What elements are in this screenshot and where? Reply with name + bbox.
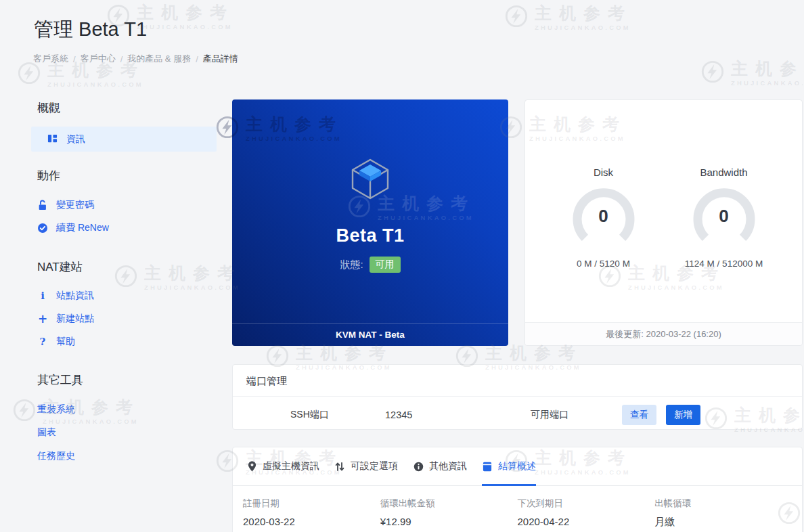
- info-glyph-icon: i: [37, 290, 48, 301]
- bandwidth-gauge-value: 0: [690, 187, 758, 245]
- tab-label: 虛擬主機資訊: [263, 460, 319, 472]
- disk-gauge-value: 0: [570, 187, 638, 245]
- sidebar-heading-actions: 動作: [31, 168, 60, 183]
- sidebar-item-help[interactable]: ? 幫助: [31, 336, 75, 348]
- sidebar-item-label: 圖表: [37, 426, 56, 439]
- watermark-text: 主机参考: [137, 3, 234, 21]
- sidebar-item-label: 續費 ReNew: [56, 222, 109, 234]
- status-badge: 可用: [370, 257, 401, 273]
- tab-billing-overview[interactable]: 結算概述: [482, 447, 536, 485]
- breadcrumb-separator: /: [196, 54, 198, 64]
- tab-vm-info[interactable]: 虛擬主機資訊: [246, 447, 319, 485]
- breadcrumb-current-product-details: 產品詳情: [203, 53, 238, 65]
- tab-label: 可設定選項: [351, 460, 398, 472]
- plus-glyph-icon: +: [37, 313, 48, 324]
- view-ports-button[interactable]: 查看: [622, 405, 656, 425]
- breadcrumb-link-client-system[interactable]: 客戶系統: [33, 53, 68, 65]
- site-watermark: 主机参考ZHUJICANKAO.COM: [17, 61, 145, 88]
- lock-icon: [37, 200, 48, 210]
- sidebar-heading-overview: 概觀: [31, 100, 60, 116]
- billing-val-next-due-date: 2020-04-22: [518, 516, 655, 529]
- product-card: Beta T1 狀態: 可用 KVM NAT - Beta: [232, 99, 508, 346]
- sidebar-item-change-password[interactable]: 變更密碼: [31, 199, 94, 211]
- ssh-port-label: SSH端口: [290, 409, 385, 421]
- sidebar-item-label: 幫助: [56, 336, 75, 348]
- site-watermark: 主机参考ZHUJICANKAO.COM: [114, 264, 242, 291]
- sidebar-heading-other-tools: 其它工具: [31, 372, 83, 388]
- sidebar-heading-nat-sites: NAT建站: [31, 259, 83, 275]
- billing-val-registration-date: 2020-03-22: [243, 516, 380, 529]
- sidebar-item-label: 任務歷史: [37, 450, 75, 462]
- page-title: 管理 Beta T1: [34, 16, 147, 43]
- available-ports-label: 可用端口: [531, 409, 622, 421]
- watermark-domain: ZHUJICANKAO.COM: [137, 23, 234, 30]
- sidebar-item-site-info[interactable]: i 站點資訊: [31, 290, 94, 302]
- bandwidth-gauge-label: Bandwidth: [700, 167, 747, 178]
- breadcrumb: 客戶系統 / 客戶中心 / 我的產品 & 服務 / 產品詳情: [33, 53, 238, 65]
- disk-gauge-label: Disk: [594, 167, 613, 178]
- last-updated-footer: 最後更新: 2020-03-22 (16:20): [525, 322, 802, 345]
- billing-col-billing-cycle: 出帳循環: [654, 497, 792, 510]
- exchange-vertical-icon: [334, 461, 345, 472]
- sidebar-item-label: 資訊: [66, 133, 85, 146]
- billing-overview-table: 註冊日期 循環出帳金額 下次到期日 出帳循環 2020-03-22 ¥12.99…: [233, 497, 802, 529]
- sidebar-item-reinstall-os[interactable]: 重裝系統: [31, 403, 75, 416]
- sidebar-item-new-site[interactable]: + 新建站點: [31, 313, 94, 325]
- billing-val-recurring-amount: ¥12.99: [380, 516, 518, 529]
- disk-usage-detail: 0 M / 5120 M: [577, 259, 630, 269]
- bandwidth-usage-detail: 1124 M / 512000 M: [685, 259, 763, 269]
- billing-val-billing-cycle: 月繳: [654, 516, 792, 529]
- question-glyph-icon: ?: [37, 336, 48, 347]
- breadcrumb-link-client-area[interactable]: 客戶中心: [81, 53, 116, 65]
- sidebar-item-info[interactable]: 資訊: [31, 127, 217, 152]
- dashboard-icon: [47, 133, 58, 146]
- billing-col-recurring-amount: 循環出帳金額: [380, 497, 518, 510]
- billing-col-next-due-date: 下次到期日: [518, 497, 655, 510]
- site-watermark: 主机参考ZHUJICANKAO.COM: [504, 4, 632, 31]
- details-tabs-card: 虛擬主機資訊 可設定選項 其他資訊 結算概述 註冊日期 循環出帳金額 下次到期日…: [232, 447, 803, 532]
- tab-configurable-options[interactable]: 可設定選項: [334, 447, 398, 485]
- sidebar-item-task-history[interactable]: 任務歷史: [31, 450, 75, 462]
- sidebar-item-label: 重裝系統: [37, 403, 75, 416]
- product-name: Beta T1: [336, 225, 404, 246]
- tab-other-info[interactable]: 其他資訊: [413, 447, 467, 485]
- sidebar-item-label: 站點資訊: [56, 290, 94, 302]
- badge-check-icon: [37, 223, 48, 234]
- sidebar-item-charts[interactable]: 圖表: [31, 426, 56, 439]
- bandwidth-gauge: Bandwidth 0 1124 M / 512000 M: [687, 167, 761, 269]
- port-card-title: 端口管理: [233, 365, 802, 397]
- usage-card: Disk 0 0 M / 5120 M Bandwidth 0 1124 M /…: [524, 99, 803, 346]
- ssh-port-value: 12345: [385, 409, 531, 420]
- tab-label: 其他資訊: [429, 460, 467, 472]
- map-marker-icon: [246, 461, 257, 472]
- product-plan-footer: KVM NAT - Beta: [232, 323, 508, 346]
- status-label: 狀態:: [340, 259, 363, 271]
- site-watermark: 主机参考ZHUJICANKAO.COM: [700, 60, 804, 87]
- billing-col-registration-date: 註冊日期: [243, 497, 380, 510]
- sidebar-item-label: 變更密碼: [56, 199, 94, 211]
- breadcrumb-separator: /: [120, 54, 123, 64]
- info-circle-icon: [413, 461, 424, 472]
- port-management-card: 端口管理 SSH端口 12345 可用端口 查看 新增: [232, 364, 803, 430]
- journal-icon: [482, 461, 493, 472]
- add-port-button[interactable]: 新增: [666, 405, 700, 425]
- breadcrumb-separator: /: [73, 54, 76, 64]
- disk-gauge: Disk 0 0 M / 5120 M: [566, 167, 641, 269]
- breadcrumb-link-my-products[interactable]: 我的產品 & 服務: [127, 53, 191, 65]
- tab-bar: 虛擬主機資訊 可設定選項 其他資訊 結算概述: [233, 447, 802, 486]
- sidebar-item-label: 新建站點: [56, 313, 94, 325]
- sidebar-item-renew[interactable]: 續費 ReNew: [31, 222, 109, 234]
- server-cube-icon: [349, 156, 392, 205]
- tab-label: 結算概述: [498, 460, 536, 472]
